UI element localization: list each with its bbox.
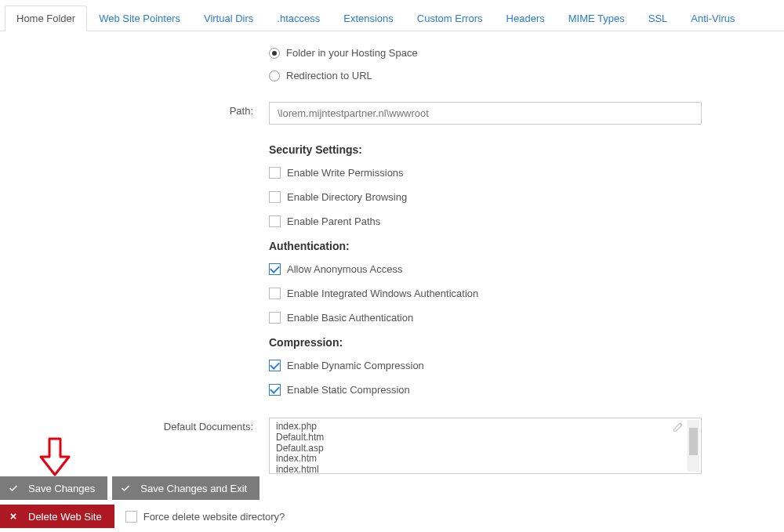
check-icon bbox=[8, 483, 19, 494]
tab-custom-errors[interactable]: Custom Errors bbox=[405, 5, 495, 31]
checkbox-directory-browsing[interactable] bbox=[269, 191, 281, 203]
check-icon bbox=[120, 483, 131, 494]
compression-heading: Compression: bbox=[269, 336, 706, 349]
radio-folder-hosting-space[interactable] bbox=[269, 48, 280, 59]
checkbox-static-compression[interactable] bbox=[269, 384, 281, 396]
path-label: Path: bbox=[0, 102, 269, 117]
default-docs-label: Default Documents: bbox=[0, 418, 269, 432]
tab-extensions[interactable]: Extensions bbox=[332, 5, 405, 31]
label-static-compression: Enable Static Compression bbox=[287, 384, 410, 396]
label-directory-browsing: Enable Directory Browsing bbox=[287, 191, 407, 203]
save-exit-button-label: Save Changes and Exit bbox=[140, 483, 247, 494]
default-doc-item: Default.htm bbox=[276, 432, 695, 443]
tab-web-site-pointers[interactable]: Web Site Pointers bbox=[87, 5, 192, 31]
auth-heading: Authentication: bbox=[269, 240, 706, 252]
checkbox-basic-auth[interactable] bbox=[269, 312, 281, 324]
default-doc-item: index.php bbox=[276, 422, 695, 432]
tab-mime-types[interactable]: MIME Types bbox=[557, 5, 637, 31]
checkbox-write-permissions[interactable] bbox=[269, 167, 281, 179]
default-doc-item: Default.asp bbox=[276, 443, 695, 454]
default-doc-item: index.html bbox=[276, 465, 695, 473]
default-docs-textarea[interactable]: index.php Default.htm Default.asp index.… bbox=[269, 418, 702, 474]
close-icon bbox=[8, 511, 19, 522]
scrollbar-thumb[interactable] bbox=[689, 428, 698, 455]
checkbox-dynamic-compression[interactable] bbox=[269, 360, 281, 371]
radio-redirect-label: Redirection to URL bbox=[286, 70, 372, 81]
tab-home-folder[interactable]: Home Folder bbox=[5, 5, 87, 31]
delete-button[interactable]: Delete Web Site bbox=[0, 505, 114, 528]
save-button[interactable]: Save Changes bbox=[0, 476, 107, 500]
label-anonymous-access: Allow Anonymous Access bbox=[287, 263, 402, 275]
tab-bar: Home Folder Web Site Pointers Virtual Di… bbox=[0, 0, 784, 31]
radio-folder-label: Folder in your Hosting Space bbox=[286, 47, 418, 59]
default-doc-item: index.htm bbox=[276, 454, 695, 465]
label-basic-auth: Enable Basic Authentication bbox=[287, 312, 413, 324]
label-write-permissions: Enable Write Permissions bbox=[287, 167, 404, 179]
label-dynamic-compression: Enable Dynamic Compression bbox=[287, 360, 424, 371]
button-bar: Save Changes Save Changes and Exit bbox=[0, 476, 260, 500]
delete-button-label: Delete Web Site bbox=[28, 511, 102, 523]
label-force-delete: Force delete website directory? bbox=[143, 511, 285, 523]
tab-htaccess[interactable]: .htaccess bbox=[265, 5, 332, 31]
save-button-label: Save Changes bbox=[28, 483, 95, 494]
checkbox-anonymous-access[interactable] bbox=[269, 263, 281, 275]
radio-redirection-url[interactable] bbox=[269, 71, 280, 81]
label-parent-paths: Enable Parent Paths bbox=[287, 215, 380, 227]
tab-virtual-dirs[interactable]: Virtual Dirs bbox=[192, 5, 265, 31]
security-heading: Security Settings: bbox=[269, 143, 706, 156]
tab-anti-virus[interactable]: Anti-Virus bbox=[679, 5, 746, 31]
checkbox-windows-auth[interactable] bbox=[269, 288, 281, 299]
delete-row: Delete Web Site Force delete website dir… bbox=[0, 505, 285, 528]
content-area: Folder in your Hosting Space Redirection… bbox=[0, 31, 784, 474]
scrollbar[interactable] bbox=[688, 420, 699, 472]
checkbox-parent-paths[interactable] bbox=[269, 215, 281, 227]
checkbox-force-delete[interactable] bbox=[125, 511, 137, 523]
tab-headers[interactable]: Headers bbox=[495, 5, 557, 31]
label-windows-auth: Enable Integrated Windows Authentication bbox=[287, 288, 478, 299]
save-exit-button[interactable]: Save Changes and Exit bbox=[112, 476, 260, 500]
path-input[interactable] bbox=[269, 102, 702, 125]
edit-icon[interactable] bbox=[673, 422, 684, 432]
tab-ssl[interactable]: SSL bbox=[637, 5, 680, 31]
